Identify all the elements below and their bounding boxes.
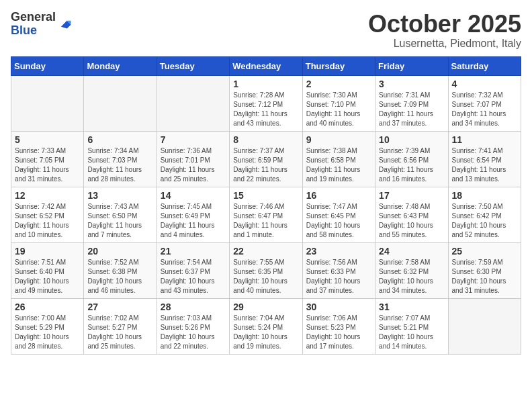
day-number: 8 <box>233 134 298 145</box>
day-number: 15 <box>233 190 298 201</box>
day-number: 21 <box>161 246 226 257</box>
calendar-week-3: 12Sunrise: 7:42 AM Sunset: 6:52 PM Dayli… <box>11 187 521 242</box>
day-info: Sunrise: 7:56 AM Sunset: 6:33 PM Dayligh… <box>306 258 371 295</box>
day-number: 4 <box>452 79 517 89</box>
day-number: 6 <box>87 134 152 145</box>
day-info: Sunrise: 7:54 AM Sunset: 6:37 PM Dayligh… <box>161 258 226 295</box>
calendar-week-4: 19Sunrise: 7:51 AM Sunset: 6:40 PM Dayli… <box>11 242 521 298</box>
calendar-cell: 28Sunrise: 7:03 AM Sunset: 5:26 PM Dayli… <box>157 298 229 354</box>
day-number: 12 <box>15 190 80 201</box>
day-info: Sunrise: 7:43 AM Sunset: 6:50 PM Dayligh… <box>87 202 152 240</box>
calendar-cell: 31Sunrise: 7:07 AM Sunset: 5:21 PM Dayli… <box>375 298 448 354</box>
day-number: 27 <box>87 302 152 312</box>
day-number: 20 <box>87 246 152 257</box>
calendar-cell: 24Sunrise: 7:58 AM Sunset: 6:32 PM Dayli… <box>375 242 448 298</box>
column-header-tuesday: Tuesday <box>157 56 229 75</box>
logo: General Blue <box>11 11 72 38</box>
day-number: 14 <box>161 190 226 201</box>
calendar-week-5: 26Sunrise: 7:00 AM Sunset: 5:29 PM Dayli… <box>11 298 521 354</box>
calendar-cell: 22Sunrise: 7:55 AM Sunset: 6:35 PM Dayli… <box>230 242 302 298</box>
calendar-cell: 30Sunrise: 7:06 AM Sunset: 5:23 PM Dayli… <box>302 298 375 354</box>
calendar-cell: 12Sunrise: 7:42 AM Sunset: 6:52 PM Dayli… <box>11 187 84 242</box>
calendar-cell: 26Sunrise: 7:00 AM Sunset: 5:29 PM Dayli… <box>11 298 84 354</box>
day-info: Sunrise: 7:42 AM Sunset: 6:52 PM Dayligh… <box>15 202 80 240</box>
day-info: Sunrise: 7:34 AM Sunset: 7:03 PM Dayligh… <box>87 146 152 184</box>
calendar-cell: 16Sunrise: 7:47 AM Sunset: 6:45 PM Dayli… <box>302 187 375 242</box>
calendar-week-1: 1Sunrise: 7:28 AM Sunset: 7:12 PM Daylig… <box>11 75 521 131</box>
calendar-cell: 5Sunrise: 7:33 AM Sunset: 7:05 PM Daylig… <box>11 131 84 187</box>
calendar-cell: 29Sunrise: 7:04 AM Sunset: 5:24 PM Dayli… <box>230 298 302 354</box>
day-info: Sunrise: 7:03 AM Sunset: 5:26 PM Dayligh… <box>161 314 226 351</box>
calendar-cell <box>11 75 84 131</box>
day-number: 26 <box>15 302 80 312</box>
day-number: 16 <box>306 190 371 201</box>
day-info: Sunrise: 7:00 AM Sunset: 5:29 PM Dayligh… <box>15 314 80 351</box>
calendar-cell: 15Sunrise: 7:46 AM Sunset: 6:47 PM Dayli… <box>230 187 302 242</box>
day-number: 22 <box>233 246 298 257</box>
calendar-cell: 14Sunrise: 7:45 AM Sunset: 6:49 PM Dayli… <box>157 187 229 242</box>
day-number: 29 <box>233 302 298 312</box>
calendar-table: SundayMondayTuesdayWednesdayThursdayFrid… <box>11 56 521 355</box>
day-info: Sunrise: 7:41 AM Sunset: 6:54 PM Dayligh… <box>452 146 517 184</box>
day-info: Sunrise: 7:36 AM Sunset: 7:01 PM Dayligh… <box>161 146 226 184</box>
location-title: Lusernetta, Piedmont, Italy <box>368 38 521 50</box>
month-title: October 2025 <box>368 11 521 38</box>
calendar-cell: 4Sunrise: 7:32 AM Sunset: 7:07 PM Daylig… <box>448 75 521 131</box>
calendar-cell <box>84 75 157 131</box>
calendar-cell: 21Sunrise: 7:54 AM Sunset: 6:37 PM Dayli… <box>157 242 229 298</box>
column-header-monday: Monday <box>84 56 157 75</box>
title-block: October 2025 Lusernetta, Piedmont, Italy <box>368 11 521 50</box>
day-info: Sunrise: 7:31 AM Sunset: 7:09 PM Dayligh… <box>379 91 444 128</box>
day-info: Sunrise: 7:50 AM Sunset: 6:42 PM Dayligh… <box>452 202 517 240</box>
calendar-cell: 8Sunrise: 7:37 AM Sunset: 6:59 PM Daylig… <box>230 131 302 187</box>
calendar-cell: 11Sunrise: 7:41 AM Sunset: 6:54 PM Dayli… <box>448 131 521 187</box>
logo-icon <box>57 17 72 32</box>
day-number: 11 <box>452 134 517 145</box>
column-header-thursday: Thursday <box>302 56 375 75</box>
day-info: Sunrise: 7:38 AM Sunset: 6:58 PM Dayligh… <box>306 146 371 184</box>
day-info: Sunrise: 7:47 AM Sunset: 6:45 PM Dayligh… <box>306 202 371 240</box>
day-number: 19 <box>15 246 80 257</box>
calendar-cell: 7Sunrise: 7:36 AM Sunset: 7:01 PM Daylig… <box>157 131 229 187</box>
day-info: Sunrise: 7:02 AM Sunset: 5:27 PM Dayligh… <box>87 314 152 351</box>
day-number: 13 <box>87 190 152 201</box>
day-number: 17 <box>379 190 444 201</box>
calendar-cell: 20Sunrise: 7:52 AM Sunset: 6:38 PM Dayli… <box>84 242 157 298</box>
calendar-cell: 3Sunrise: 7:31 AM Sunset: 7:09 PM Daylig… <box>375 75 448 131</box>
calendar-week-2: 5Sunrise: 7:33 AM Sunset: 7:05 PM Daylig… <box>11 131 521 187</box>
day-info: Sunrise: 7:58 AM Sunset: 6:32 PM Dayligh… <box>379 258 444 295</box>
calendar-cell: 25Sunrise: 7:59 AM Sunset: 6:30 PM Dayli… <box>448 242 521 298</box>
column-header-wednesday: Wednesday <box>230 56 302 75</box>
calendar-cell: 19Sunrise: 7:51 AM Sunset: 6:40 PM Dayli… <box>11 242 84 298</box>
calendar-cell <box>448 298 521 354</box>
page-header: General Blue October 2025 Lusernetta, Pi… <box>11 11 521 50</box>
day-number: 18 <box>452 190 517 201</box>
calendar-cell: 10Sunrise: 7:39 AM Sunset: 6:56 PM Dayli… <box>375 131 448 187</box>
day-info: Sunrise: 7:04 AM Sunset: 5:24 PM Dayligh… <box>233 314 298 351</box>
calendar-cell: 2Sunrise: 7:30 AM Sunset: 7:10 PM Daylig… <box>302 75 375 131</box>
day-number: 1 <box>233 79 298 89</box>
calendar-cell <box>157 75 229 131</box>
day-info: Sunrise: 7:48 AM Sunset: 6:43 PM Dayligh… <box>379 202 444 240</box>
day-info: Sunrise: 7:33 AM Sunset: 7:05 PM Dayligh… <box>15 146 80 184</box>
day-number: 7 <box>161 134 226 145</box>
column-header-sunday: Sunday <box>11 56 84 75</box>
column-header-friday: Friday <box>375 56 448 75</box>
day-number: 25 <box>452 246 517 257</box>
calendar-cell: 17Sunrise: 7:48 AM Sunset: 6:43 PM Dayli… <box>375 187 448 242</box>
day-number: 3 <box>379 79 444 89</box>
day-info: Sunrise: 7:07 AM Sunset: 5:21 PM Dayligh… <box>379 314 444 351</box>
day-number: 5 <box>15 134 80 145</box>
day-info: Sunrise: 7:46 AM Sunset: 6:47 PM Dayligh… <box>233 202 298 240</box>
day-info: Sunrise: 7:37 AM Sunset: 6:59 PM Dayligh… <box>233 146 298 184</box>
calendar-cell: 1Sunrise: 7:28 AM Sunset: 7:12 PM Daylig… <box>230 75 302 131</box>
day-number: 10 <box>379 134 444 145</box>
day-info: Sunrise: 7:55 AM Sunset: 6:35 PM Dayligh… <box>233 258 298 295</box>
logo-general: General <box>11 10 56 24</box>
day-info: Sunrise: 7:39 AM Sunset: 6:56 PM Dayligh… <box>379 146 444 184</box>
day-number: 30 <box>306 302 371 312</box>
calendar-cell: 27Sunrise: 7:02 AM Sunset: 5:27 PM Dayli… <box>84 298 157 354</box>
day-number: 23 <box>306 246 371 257</box>
logo-blue: Blue <box>11 24 37 37</box>
calendar-cell: 9Sunrise: 7:38 AM Sunset: 6:58 PM Daylig… <box>302 131 375 187</box>
